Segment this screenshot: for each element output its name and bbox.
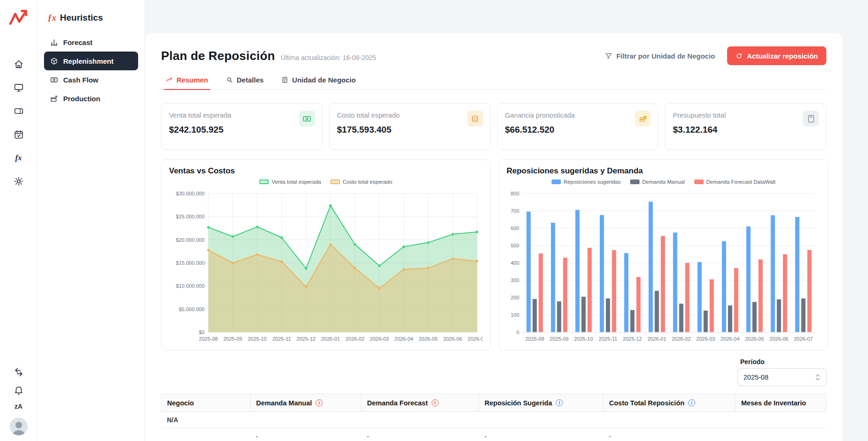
document-icon bbox=[281, 76, 288, 83]
update-replenishment-button[interactable]: Actualizar reposición bbox=[727, 46, 826, 65]
svg-text:2025-11: 2025-11 bbox=[272, 336, 291, 342]
period-value: 2025-08 bbox=[743, 374, 768, 381]
settings-icon[interactable] bbox=[14, 176, 24, 187]
sidebar: ƒx Heuristics Forecast Replenishment Cas… bbox=[37, 0, 145, 441]
tab-detalles[interactable]: Detalles bbox=[224, 71, 266, 90]
brand-logo[interactable] bbox=[8, 7, 29, 28]
tab-unidad-de-negocio[interactable]: Unidad de Negocio bbox=[280, 71, 358, 90]
filter-label: Filtrar por Unidad de Negocio bbox=[616, 52, 715, 60]
period-select[interactable]: 2025-08 bbox=[737, 368, 826, 386]
rail-nav: fx bbox=[14, 59, 24, 187]
stat-label: Venta total esperada bbox=[169, 111, 239, 120]
home-icon[interactable] bbox=[14, 59, 24, 69]
svg-text:2026-07: 2026-07 bbox=[468, 336, 483, 342]
svg-text:300: 300 bbox=[511, 277, 519, 283]
filter-by-business-unit[interactable]: Filtrar por Unidad de Negocio bbox=[605, 52, 715, 60]
chart-reposiciones-demanda: Reposiciones sugeridas y Demanda Reposic… bbox=[499, 159, 828, 351]
stat-card-costo-total: Costo total esperado $175.593.405 bbox=[329, 103, 491, 150]
money-bill-icon bbox=[299, 111, 315, 127]
legend-item[interactable]: Demanda Forecast DataWalt bbox=[694, 179, 776, 185]
sidebar-item-production[interactable]: Production bbox=[44, 89, 138, 108]
svg-text:2026-03: 2026-03 bbox=[370, 336, 389, 342]
legend-item[interactable]: Reposiciones sugeridas bbox=[552, 179, 621, 185]
chart-legend: Venta total esperada Costo total esperad… bbox=[169, 178, 483, 186]
stat-label: Ganancia pronosticada bbox=[505, 111, 575, 120]
calendar-check-icon[interactable] bbox=[14, 129, 24, 140]
monitor-icon[interactable] bbox=[14, 82, 24, 93]
translate-icon[interactable]: zA bbox=[15, 403, 22, 410]
legend-label: Demanda Forecast DataWalt bbox=[706, 179, 776, 185]
svg-text:2026-02: 2026-02 bbox=[346, 336, 364, 342]
tab-label: Unidad de Negocio bbox=[292, 76, 356, 84]
collapse-sidebar-icon[interactable] bbox=[14, 367, 24, 377]
coins-icon bbox=[467, 111, 483, 127]
funnel-icon bbox=[605, 52, 612, 60]
info-icon[interactable]: i bbox=[688, 399, 695, 406]
notifications-bell-icon[interactable] bbox=[14, 385, 24, 395]
svg-text:2026-01: 2026-01 bbox=[647, 336, 666, 342]
sidebar-header: ƒx Heuristics bbox=[44, 9, 138, 26]
table-row[interactable]: - - - - bbox=[162, 428, 826, 441]
rail-bottom: zA bbox=[10, 367, 28, 435]
legend-label: Venta total esperada bbox=[272, 179, 321, 185]
sidebar-item-forecast[interactable]: Forecast bbox=[44, 33, 138, 52]
stat-label: Presupuesto total bbox=[673, 111, 743, 120]
svg-text:2026-06: 2026-06 bbox=[770, 336, 788, 342]
info-icon[interactable]: i bbox=[316, 399, 323, 406]
calculator-icon bbox=[803, 111, 819, 127]
svg-text:800: 800 bbox=[511, 191, 519, 196]
legend-item[interactable]: Demanda Manual bbox=[630, 179, 685, 185]
tab-bar: Resumen Detalles Unidad de Negocio bbox=[161, 71, 826, 90]
charts-row: Ventas vs Costos Venta total esperada Co… bbox=[161, 159, 826, 351]
svg-text:2025-12: 2025-12 bbox=[623, 336, 642, 342]
legend-item[interactable]: Costo total esperado bbox=[331, 179, 392, 185]
functions-icon[interactable]: fx bbox=[14, 153, 24, 163]
svg-text:2025-10: 2025-10 bbox=[574, 336, 593, 342]
user-avatar[interactable] bbox=[10, 418, 28, 435]
tab-resumen[interactable]: Resumen bbox=[164, 71, 210, 90]
bar-chart-icon bbox=[50, 38, 58, 46]
svg-text:2026-01: 2026-01 bbox=[321, 336, 340, 342]
last-update-text: Última actualización: 16-08-2025 bbox=[280, 54, 376, 61]
svg-text:$10.000.000: $10.000.000 bbox=[176, 283, 205, 289]
legend-swatch bbox=[552, 179, 561, 184]
svg-text:2025-08: 2025-08 bbox=[525, 336, 544, 342]
chart-ventas-vs-costos: Ventas vs Costos Venta total esperada Co… bbox=[161, 159, 491, 351]
svg-text:$30.000.000: $30.000.000 bbox=[176, 191, 205, 196]
coin-stack-icon bbox=[635, 111, 651, 127]
tab-label: Resumen bbox=[177, 76, 208, 84]
sidebar-item-replenishment[interactable]: Replenishment bbox=[44, 52, 138, 70]
page-header: Plan de Reposición Última actualización:… bbox=[161, 46, 826, 65]
button-label: Actualizar reposición bbox=[747, 52, 818, 60]
legend-swatch bbox=[259, 179, 269, 184]
page-title: Plan de Reposición bbox=[161, 49, 275, 63]
package-icon bbox=[50, 57, 58, 65]
info-icon[interactable]: i bbox=[556, 399, 563, 406]
legend-label: Demanda Manual bbox=[642, 179, 685, 185]
legend-swatch bbox=[331, 179, 340, 184]
svg-text:2026-04: 2026-04 bbox=[394, 336, 413, 342]
main-area: Plan de Reposición Última actualización:… bbox=[145, 0, 868, 441]
legend-label: Reposiciones sugeridas bbox=[564, 179, 621, 185]
stat-value: $242.105.925 bbox=[169, 125, 315, 135]
stat-label: Costo total esperado bbox=[337, 111, 407, 120]
svg-text:600: 600 bbox=[511, 225, 519, 231]
sidebar-item-cash-flow[interactable]: Cash Flow bbox=[44, 70, 138, 89]
select-chevrons-icon bbox=[815, 374, 820, 381]
legend-swatch bbox=[630, 179, 640, 184]
sidebar-item-label: Production bbox=[63, 95, 100, 103]
refresh-icon bbox=[736, 52, 743, 60]
svg-text:2026-05: 2026-05 bbox=[419, 336, 437, 342]
col-reposicion-sugerida: Reposición Sugeridai bbox=[479, 394, 603, 412]
legend-item[interactable]: Venta total esperada bbox=[259, 179, 321, 185]
svg-text:200: 200 bbox=[511, 295, 519, 300]
group-label: N/A bbox=[162, 412, 826, 428]
sidebar-nav: Forecast Replenishment Cash Flow Product… bbox=[44, 33, 138, 108]
icon-rail: fx zA bbox=[0, 0, 37, 441]
col-demanda-manual: Demanda Manuali bbox=[250, 394, 361, 412]
ticket-icon[interactable] bbox=[14, 106, 24, 116]
svg-text:$5.000.000: $5.000.000 bbox=[179, 306, 205, 312]
info-icon[interactable]: i bbox=[432, 399, 439, 406]
svg-text:2025-10: 2025-10 bbox=[248, 336, 266, 342]
stat-cards: Venta total esperada $242.105.925 Costo … bbox=[161, 103, 826, 150]
